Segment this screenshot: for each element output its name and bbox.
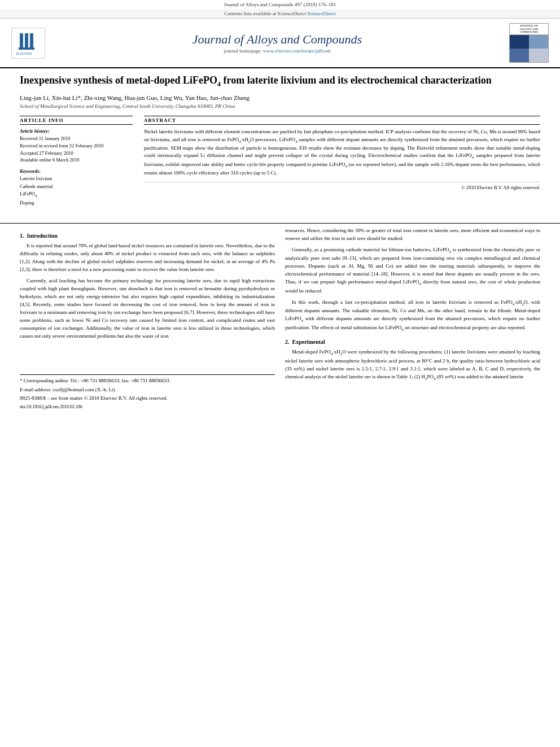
history-label: Article history:	[20, 128, 133, 134]
article-info-title: ARTICLE INFO	[20, 116, 133, 125]
accepted-date: Accepted 27 February 2010	[20, 150, 133, 157]
keyword-2: Cathode material	[20, 183, 133, 191]
email-line: E-mail address: csxllj@hotmail.com (X.-h…	[20, 386, 275, 394]
authors: Ling-jun Li, Xin-hai Li*, Zhi-xing Wang,…	[20, 94, 540, 101]
footnote-area: * Corresponding author. Tel.: +86 731 88…	[20, 374, 275, 411]
sciencedirect-label: Contents lists available at ScienceDirec…	[224, 11, 306, 16]
copyright-line: © 2010 Elsevier B.V. All rights reserved…	[144, 182, 540, 190]
svg-rect-1	[20, 33, 23, 47]
svg-rect-4	[19, 47, 34, 50]
left-column: 1. Introduction It is reported that arou…	[20, 227, 275, 411]
divider	[0, 223, 560, 224]
corresponding-author: * Corresponding author. Tel.: +86 731 88…	[20, 377, 275, 385]
cover-blocks	[510, 35, 548, 62]
info-abstract-section: ARTICLE INFO Article history: Received 1…	[20, 116, 540, 207]
affiliation-text: School of Metallurgical Science and Engi…	[20, 103, 235, 109]
abstract-text: Nickel laterite lixiviums with different…	[144, 128, 540, 177]
svg-rect-2	[25, 33, 28, 47]
top-citation: Journal of Alloys and Compounds 497 (201…	[0, 0, 560, 9]
received-date: Received 11 January 2010	[20, 135, 133, 142]
online-date: Available online 6 March 2010	[20, 156, 133, 164]
cover-cell-4	[529, 49, 548, 62]
homepage-label: journal homepage:	[224, 48, 261, 54]
elsevier-logo-svg: ELSEVIER	[14, 30, 42, 56]
affiliation: School of Metallurgical Science and Engi…	[20, 103, 540, 109]
section2-heading: 2. Experimental	[285, 338, 540, 347]
article-title: Inexpensive synthesis of metal-doped LiF…	[20, 74, 540, 89]
section1-heading-text: 1. Introduction	[20, 233, 58, 239]
cover-cell-1	[510, 35, 529, 49]
elsevier-logo: ELSEVIER	[11, 28, 45, 59]
intro-para-1: It is reported that around 70% of global…	[20, 242, 275, 274]
keyword-1: Laterite lixivium	[20, 175, 133, 183]
homepage-url[interactable]: www.elsevier.com/locate/jallcom	[263, 48, 331, 54]
intro-para-2: Currently, acid leaching has become the …	[20, 277, 275, 340]
keywords-list: Laterite lixivium Cathode material LiFeP…	[20, 175, 133, 207]
right-para-2: Generally, as a promising cathode materi…	[285, 246, 540, 295]
journal-homepage: journal homepage: www.elsevier.com/locat…	[45, 48, 509, 54]
article-info: ARTICLE INFO Article history: Received 1…	[20, 116, 133, 207]
article-dates: Received 11 January 2010 Received in rev…	[20, 135, 133, 164]
doi-line: doi:10.1016/j.jallcom.2010.02.186	[20, 404, 275, 410]
cover-cell-2	[529, 35, 548, 49]
right-para-3: In this work, through a fast co-precipit…	[285, 299, 540, 333]
right-column: resources. Hence, considering the 30% or…	[285, 227, 540, 411]
keywords-label: Keywords:	[20, 168, 133, 174]
page: Journal of Alloys and Compounds 497 (201…	[0, 0, 560, 747]
sciencedirect-link[interactable]: ScienceDirect	[307, 11, 335, 16]
section1-heading: 1. Introduction	[20, 231, 275, 241]
section2-heading-text: 2. Experimental	[285, 339, 325, 345]
journal-cover-image: JOURNAL OFALLOYS ANDCOMPOUNDS	[509, 23, 549, 63]
revised-date: Received in revised form 22 February 201…	[20, 142, 133, 150]
right-para-1: resources. Hence, considering the 30% or…	[285, 227, 540, 243]
abstract-section: ABSTRACT Nickel laterite lixiviums with …	[144, 116, 540, 207]
authors-text: Ling-jun Li, Xin-hai Li*, Zhi-xing Wang,…	[20, 94, 250, 101]
keyword-3: LiFePO4	[20, 190, 133, 199]
svg-text:ELSEVIER: ELSEVIER	[16, 52, 32, 55]
keyword-4: Doping	[20, 199, 133, 207]
experimental-para: Metal-doped FePO4·xH2O were synthesized …	[285, 348, 540, 382]
sciencedirect-bar: Contents lists available at ScienceDirec…	[0, 9, 560, 19]
journal-title-center: Journal of Alloys and Compounds journal …	[45, 32, 509, 54]
journal-name-bar: ELSEVIER Journal of Alloys and Compounds…	[0, 19, 560, 68]
abstract-title: ABSTRACT	[144, 116, 540, 125]
article-body-header: Inexpensive synthesis of metal-doped LiF…	[0, 68, 560, 220]
cover-cell-3	[510, 49, 529, 62]
svg-rect-3	[30, 33, 33, 47]
journal-title: Journal of Alloys and Compounds	[45, 32, 509, 47]
citation-text: Journal of Alloys and Compounds 497 (201…	[224, 2, 336, 7]
issn-line: 0925-8388/$ – see front matter © 2010 El…	[20, 395, 275, 403]
main-content: 1. Introduction It is reported that arou…	[0, 227, 560, 411]
cover-title: JOURNAL OFALLOYS ANDCOMPOUNDS	[510, 24, 548, 35]
